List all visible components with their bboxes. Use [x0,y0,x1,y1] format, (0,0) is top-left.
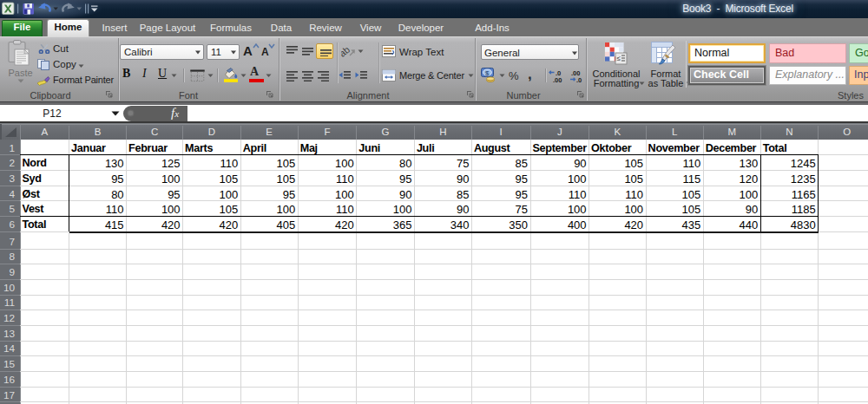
svg-text:$: $ [485,69,490,77]
svg-text:.00: .00 [553,76,562,83]
svg-text:≤: ≤ [617,55,621,62]
svg-text:ab: ab [341,44,352,58]
